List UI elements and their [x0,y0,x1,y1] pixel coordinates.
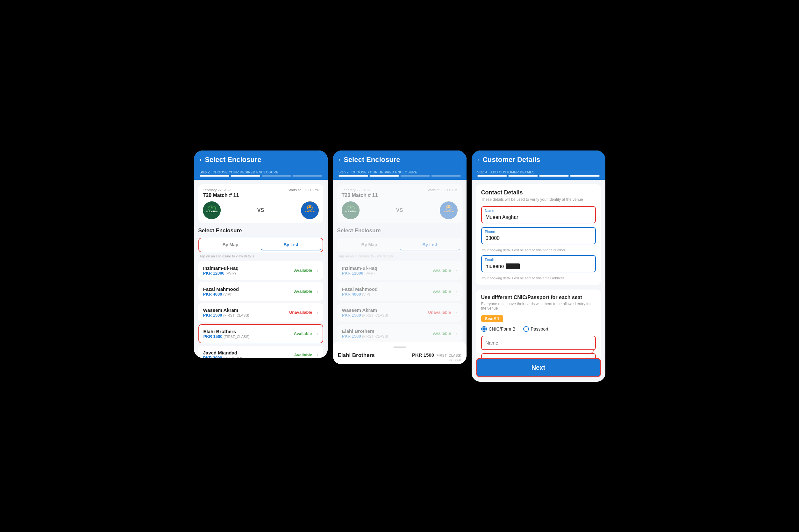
enclosure-item-fazal[interactable]: Fazal Mahmood PKR 4000 (VIP) Available › [198,282,323,301]
tab-switcher-2: By Map By List [337,238,462,252]
sheet-handle [393,346,406,348]
enc-chevron-fazal: › [316,289,318,294]
match-name-1: T20 Match # 11 [203,192,319,198]
email-field-group: Email mueeno [481,255,596,272]
seat1-cnic-input[interactable] [481,353,596,358]
tab-by-list-1[interactable]: By List [261,240,321,250]
bottom-sheet: Elahi Brothers PKR 1500 (FIRST_CLASS) pe… [333,342,467,364]
seat1-name-input[interactable] [481,336,596,350]
screen1-step-bar: Step 2 CHOOSE YOUR DESIRED ENCLOSURE [194,169,328,180]
s3-dot-3 [539,175,569,176]
step-dot-3 [261,175,291,176]
match-date-row-1: February 22, 2023 Starts at 06:00 PM [203,188,319,192]
match-time-1: Starts at 06:00 PM [288,188,319,192]
enc-status-inzimam: Available [294,268,312,273]
svg-text:KARACHI: KARACHI [443,210,453,212]
enclosure-item-waseem[interactable]: Waseem Akram PKR 1500 (FIRST_CLASS) Unav… [198,303,323,322]
screen-2: ‹ Select Enclosure Step 2 CHOOSE YOUR DE… [333,151,467,364]
cnic-subtitle: Everyone must have their cards with them… [481,302,596,310]
screen3-step-dots [477,175,600,176]
enc-chevron-waseem: › [316,309,318,315]
enc-price-inzimam: PKR 12000 (VVIP) [203,271,239,276]
email-redact [506,263,520,269]
step-dot-4 [292,175,322,176]
screen2-step-dots [339,175,461,176]
s2-dot-2 [369,175,399,176]
enc-status-fazal: Available [294,289,312,294]
enc2-fazal[interactable]: Fazal MahmoodPKR 4000 (VIP) Available› [337,282,462,301]
seat1-passport-label: Passport [531,326,548,331]
screen-3: ‹ Customer Details Step 4 ADD CUSTOMER D… [472,151,605,382]
s3-dot-1 [477,175,507,176]
section-title-1: Select Enclosure [198,228,323,234]
seat1-cnic-radio[interactable]: CNIC/Form B [481,326,515,332]
screen2-title: Select Enclosure [344,156,400,164]
enc-status-waseem: Unavailable [289,310,312,315]
sheet-price: PKR 1500 (FIRST_CLASS) [412,352,461,358]
match-card-1: February 22, 2023 Starts at 06:00 PM T20… [198,184,323,223]
enclosure-info-javed: Javed Miandad PKR 2000 (PREMIUM) [203,350,242,358]
phone-input[interactable] [481,227,596,244]
email-input-wrap[interactable]: mueeno [481,255,596,272]
screen-1: ‹ Select Enclosure Step 2 CHOOSE YOUR DE… [194,151,328,358]
enc-name-inzimam: Inzimam-ul-Haq [203,265,239,271]
name-field-group: Name [481,206,596,223]
enc2-inzimam[interactable]: Inzimam-ul-HaqPKR 12000 (VVIP) Available… [337,261,462,280]
cnic-section: Use different CNIC/Passport for each sea… [476,289,601,358]
next-button[interactable]: Next [476,358,601,377]
sheet-enc-row: Elahi Brothers PKR 1500 (FIRST_CLASS) pe… [338,352,461,361]
name-input[interactable] [481,206,596,223]
enc-status-elahi: Available [294,331,312,336]
screen2-header: ‹ Select Enclosure [333,151,467,169]
match-teams-2: SULTANS VS KARACHI [342,202,458,219]
s2-dot-1 [339,175,368,176]
enc-price-elahi: PKR 1500 (FIRST_CLASS) [203,334,250,339]
enc-right-fazal: Available › [294,289,319,294]
screen1-header: ‹ Select Enclosure [194,151,328,169]
enc-name-elahi: Elahi Brothers [203,329,250,334]
seat1-radio-group: CNIC/Form B Passport [481,326,596,332]
seat1-passport-radio[interactable]: Passport [523,326,548,332]
contact-title: Contact Details [481,189,596,196]
enclosure-item-javed[interactable]: Javed Miandad PKR 2000 (PREMIUM) Availab… [198,346,323,358]
tab-by-list-2[interactable]: By List [400,240,460,250]
contact-subtitle: These details will be used to verify you… [481,197,596,202]
karachi-svg-2: KARACHI [440,202,458,219]
svg-text:SULTANS: SULTANS [206,210,218,213]
name-label: Name [485,209,494,212]
match-name-2: T20 Match # 11 [342,192,458,198]
tab-by-map-2[interactable]: By Map [339,240,400,250]
enc-price-javed: PKR 2000 (PREMIUM) [203,356,242,358]
sultans-svg-1: SULTANS [203,202,221,219]
enc-price-fazal: PKR 4000 (VIP) [203,292,239,297]
enc-name-fazal: Fazal Mahmood [203,286,239,292]
sheet-price-type: (FIRST_CLASS) [435,354,461,357]
enclosure-info-fazal: Fazal Mahmood PKR 4000 (VIP) [203,286,239,297]
screen3-step-bar: Step 4 ADD CUSTOMER DETAILS [472,169,605,180]
next-btn-wrap: ↓ Next [472,358,605,382]
screen2-dimmed-content: February 22, 2023 Starts at 06:00 PM T20… [333,180,467,343]
back-icon-2[interactable]: ‹ [339,156,341,163]
enclosure-list-1: Inzimam-ul-Haq PKR 12000 (VVIP) Availabl… [198,261,323,358]
enc-right-elahi: Available › [294,331,318,337]
tab-by-map-1[interactable]: By Map [200,240,261,250]
enc2-waseem[interactable]: Waseem AkramPKR 1500 (FIRST_CLASS) Unava… [337,303,462,322]
back-icon-3[interactable]: ‹ [477,156,479,163]
enc-chevron-inzimam: › [316,268,318,273]
s2-dot-4 [431,175,461,176]
enc-right-waseem: Unavailable › [289,309,319,315]
enclosure-item-inzimam[interactable]: Inzimam-ul-Haq PKR 12000 (VVIP) Availabl… [198,261,323,280]
vs-text-2: VS [396,207,403,213]
enclosure-item-elahi[interactable]: Elahi Brothers PKR 1500 (FIRST_CLASS) Av… [198,324,323,343]
svg-text:SULTANS: SULTANS [345,210,356,213]
s3-dot-4 [570,175,600,176]
tab-switcher-1: By Map By List [198,238,323,252]
match-time-2: Starts at 06:00 PM [426,188,457,192]
screen2-step-bar: Step 2 CHOOSE YOUR DESIRED ENCLOSURE [333,169,467,180]
enc2-elahi[interactable]: Elahi BrothersPKR 1500 (FIRST_CLASS) Ava… [337,324,462,343]
back-icon-1[interactable]: ‹ [200,156,202,163]
svg-text:KARACHI: KARACHI [305,210,315,212]
cnic-title: Use different CNIC/Passport for each sea… [481,294,596,300]
seat1-passport-circle [523,326,529,332]
section-title-2: Select Enclosure [337,228,462,234]
